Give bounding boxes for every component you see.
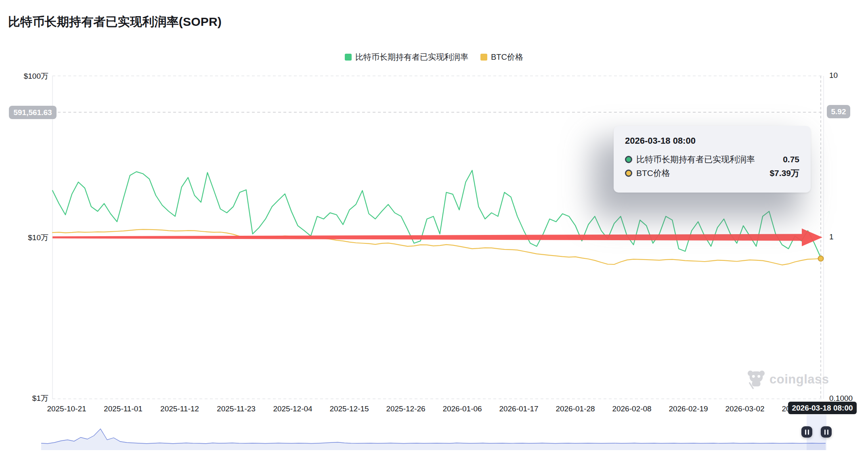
tooltip-row-value: $7.39万 — [769, 168, 799, 179]
tooltip-row-label: 比特币长期持有者已实现利润率 — [636, 154, 755, 165]
crosshair-x-value-badge: 2026-03-18 08:00 — [788, 402, 857, 414]
coinglass-watermark: coinglass — [747, 370, 829, 389]
tooltip-timestamp: 2026-03-18 08:00 — [625, 136, 799, 146]
coinglass-watermark-text: coinglass — [769, 372, 829, 387]
tooltip-row-1: BTC价格$7.39万 — [625, 166, 799, 180]
navigator-left-handle[interactable] — [801, 426, 812, 438]
navigator-right-handle[interactable] — [821, 426, 832, 438]
tooltip-row-value: 0.75 — [783, 155, 799, 164]
range-navigator[interactable] — [0, 0, 868, 461]
series-marker-icon — [625, 170, 632, 177]
hover-tooltip: 2026-03-18 08:00 比特币长期持有者已实现利润率0.75BTC价格… — [614, 126, 811, 193]
sopr-chart-page: 比特币长期持有者已实现利润率(SOPR) 比特币长期持有者已实现利润率BTC价格… — [0, 0, 868, 461]
tooltip-rows: 比特币长期持有者已实现利润率0.75BTC价格$7.39万 — [625, 153, 799, 180]
series-marker-icon — [625, 156, 632, 163]
tooltip-row-label: BTC价格 — [636, 168, 670, 179]
tooltip-row-0: 比特币长期持有者已实现利润率0.75 — [625, 153, 799, 166]
coinglass-mascot-icon — [747, 370, 765, 389]
